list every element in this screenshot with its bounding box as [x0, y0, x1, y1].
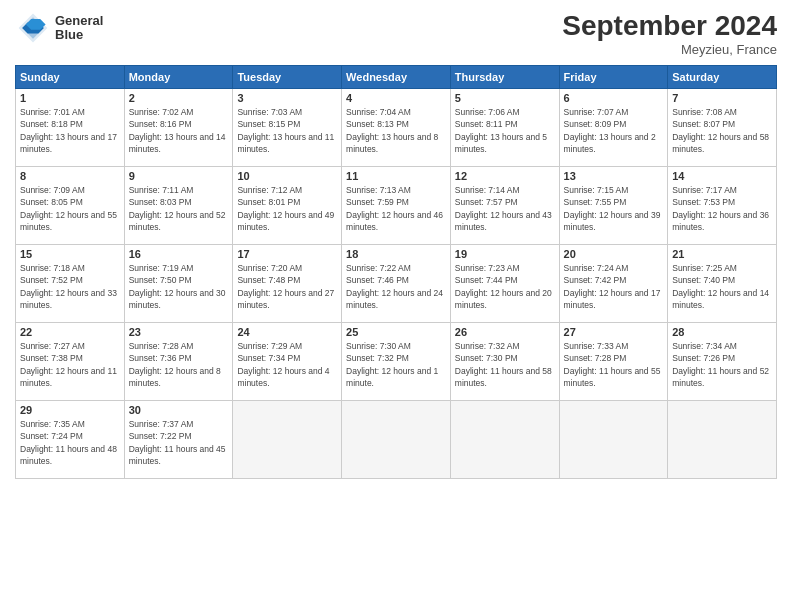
calendar-cell: 28Sunrise: 7:34 AMSunset: 7:26 PMDayligh…	[668, 323, 777, 401]
col-wednesday: Wednesday	[342, 66, 451, 89]
day-info: Sunrise: 7:35 AMSunset: 7:24 PMDaylight:…	[20, 418, 120, 467]
day-number: 28	[672, 326, 772, 338]
day-number: 18	[346, 248, 446, 260]
day-info: Sunrise: 7:29 AMSunset: 7:34 PMDaylight:…	[237, 340, 337, 389]
calendar-cell: 8Sunrise: 7:09 AMSunset: 8:05 PMDaylight…	[16, 167, 125, 245]
day-info: Sunrise: 7:33 AMSunset: 7:28 PMDaylight:…	[564, 340, 664, 389]
logo-icon	[15, 10, 51, 46]
day-number: 4	[346, 92, 446, 104]
logo-line2: Blue	[55, 28, 103, 42]
day-info: Sunrise: 7:13 AMSunset: 7:59 PMDaylight:…	[346, 184, 446, 233]
day-number: 19	[455, 248, 555, 260]
day-info: Sunrise: 7:02 AMSunset: 8:16 PMDaylight:…	[129, 106, 229, 155]
day-number: 23	[129, 326, 229, 338]
day-number: 26	[455, 326, 555, 338]
logo-line1: General	[55, 14, 103, 28]
day-number: 2	[129, 92, 229, 104]
day-number: 9	[129, 170, 229, 182]
month-title: September 2024	[562, 10, 777, 42]
day-info: Sunrise: 7:07 AMSunset: 8:09 PMDaylight:…	[564, 106, 664, 155]
day-number: 30	[129, 404, 229, 416]
col-friday: Friday	[559, 66, 668, 89]
day-number: 7	[672, 92, 772, 104]
calendar-row: 15Sunrise: 7:18 AMSunset: 7:52 PMDayligh…	[16, 245, 777, 323]
calendar-cell	[342, 401, 451, 479]
col-monday: Monday	[124, 66, 233, 89]
calendar-cell: 16Sunrise: 7:19 AMSunset: 7:50 PMDayligh…	[124, 245, 233, 323]
calendar-cell	[233, 401, 342, 479]
calendar-cell: 11Sunrise: 7:13 AMSunset: 7:59 PMDayligh…	[342, 167, 451, 245]
day-info: Sunrise: 7:27 AMSunset: 7:38 PMDaylight:…	[20, 340, 120, 389]
calendar-cell: 14Sunrise: 7:17 AMSunset: 7:53 PMDayligh…	[668, 167, 777, 245]
calendar-cell	[450, 401, 559, 479]
calendar-row: 1Sunrise: 7:01 AMSunset: 8:18 PMDaylight…	[16, 89, 777, 167]
calendar-cell: 13Sunrise: 7:15 AMSunset: 7:55 PMDayligh…	[559, 167, 668, 245]
day-info: Sunrise: 7:32 AMSunset: 7:30 PMDaylight:…	[455, 340, 555, 389]
calendar-cell: 25Sunrise: 7:30 AMSunset: 7:32 PMDayligh…	[342, 323, 451, 401]
day-number: 21	[672, 248, 772, 260]
day-info: Sunrise: 7:14 AMSunset: 7:57 PMDaylight:…	[455, 184, 555, 233]
day-info: Sunrise: 7:20 AMSunset: 7:48 PMDaylight:…	[237, 262, 337, 311]
day-info: Sunrise: 7:09 AMSunset: 8:05 PMDaylight:…	[20, 184, 120, 233]
day-number: 15	[20, 248, 120, 260]
col-tuesday: Tuesday	[233, 66, 342, 89]
day-info: Sunrise: 7:25 AMSunset: 7:40 PMDaylight:…	[672, 262, 772, 311]
logo: General Blue	[15, 10, 103, 46]
calendar-cell: 24Sunrise: 7:29 AMSunset: 7:34 PMDayligh…	[233, 323, 342, 401]
location: Meyzieu, France	[562, 42, 777, 57]
day-number: 13	[564, 170, 664, 182]
calendar-cell: 30Sunrise: 7:37 AMSunset: 7:22 PMDayligh…	[124, 401, 233, 479]
calendar-cell: 6Sunrise: 7:07 AMSunset: 8:09 PMDaylight…	[559, 89, 668, 167]
calendar-cell: 29Sunrise: 7:35 AMSunset: 7:24 PMDayligh…	[16, 401, 125, 479]
calendar-cell: 22Sunrise: 7:27 AMSunset: 7:38 PMDayligh…	[16, 323, 125, 401]
day-info: Sunrise: 7:04 AMSunset: 8:13 PMDaylight:…	[346, 106, 446, 155]
calendar-cell: 17Sunrise: 7:20 AMSunset: 7:48 PMDayligh…	[233, 245, 342, 323]
day-number: 1	[20, 92, 120, 104]
calendar-cell: 7Sunrise: 7:08 AMSunset: 8:07 PMDaylight…	[668, 89, 777, 167]
title-block: September 2024 Meyzieu, France	[562, 10, 777, 57]
day-info: Sunrise: 7:23 AMSunset: 7:44 PMDaylight:…	[455, 262, 555, 311]
col-thursday: Thursday	[450, 66, 559, 89]
day-number: 16	[129, 248, 229, 260]
calendar-cell: 26Sunrise: 7:32 AMSunset: 7:30 PMDayligh…	[450, 323, 559, 401]
day-number: 20	[564, 248, 664, 260]
calendar-row: 22Sunrise: 7:27 AMSunset: 7:38 PMDayligh…	[16, 323, 777, 401]
day-info: Sunrise: 7:17 AMSunset: 7:53 PMDaylight:…	[672, 184, 772, 233]
day-info: Sunrise: 7:12 AMSunset: 8:01 PMDaylight:…	[237, 184, 337, 233]
day-info: Sunrise: 7:19 AMSunset: 7:50 PMDaylight:…	[129, 262, 229, 311]
calendar-cell: 23Sunrise: 7:28 AMSunset: 7:36 PMDayligh…	[124, 323, 233, 401]
day-info: Sunrise: 7:18 AMSunset: 7:52 PMDaylight:…	[20, 262, 120, 311]
col-saturday: Saturday	[668, 66, 777, 89]
day-info: Sunrise: 7:30 AMSunset: 7:32 PMDaylight:…	[346, 340, 446, 389]
day-info: Sunrise: 7:01 AMSunset: 8:18 PMDaylight:…	[20, 106, 120, 155]
calendar-cell: 10Sunrise: 7:12 AMSunset: 8:01 PMDayligh…	[233, 167, 342, 245]
day-number: 12	[455, 170, 555, 182]
day-number: 25	[346, 326, 446, 338]
calendar-cell	[559, 401, 668, 479]
day-info: Sunrise: 7:37 AMSunset: 7:22 PMDaylight:…	[129, 418, 229, 467]
calendar-cell: 21Sunrise: 7:25 AMSunset: 7:40 PMDayligh…	[668, 245, 777, 323]
calendar-cell: 5Sunrise: 7:06 AMSunset: 8:11 PMDaylight…	[450, 89, 559, 167]
day-info: Sunrise: 7:08 AMSunset: 8:07 PMDaylight:…	[672, 106, 772, 155]
day-number: 24	[237, 326, 337, 338]
day-number: 3	[237, 92, 337, 104]
calendar-row: 29Sunrise: 7:35 AMSunset: 7:24 PMDayligh…	[16, 401, 777, 479]
calendar-row: 8Sunrise: 7:09 AMSunset: 8:05 PMDaylight…	[16, 167, 777, 245]
calendar-table: Sunday Monday Tuesday Wednesday Thursday…	[15, 65, 777, 479]
calendar-cell: 2Sunrise: 7:02 AMSunset: 8:16 PMDaylight…	[124, 89, 233, 167]
header: General Blue September 2024 Meyzieu, Fra…	[15, 10, 777, 57]
day-info: Sunrise: 7:06 AMSunset: 8:11 PMDaylight:…	[455, 106, 555, 155]
day-info: Sunrise: 7:24 AMSunset: 7:42 PMDaylight:…	[564, 262, 664, 311]
calendar-cell: 1Sunrise: 7:01 AMSunset: 8:18 PMDaylight…	[16, 89, 125, 167]
calendar-cell: 3Sunrise: 7:03 AMSunset: 8:15 PMDaylight…	[233, 89, 342, 167]
calendar-cell: 27Sunrise: 7:33 AMSunset: 7:28 PMDayligh…	[559, 323, 668, 401]
day-number: 17	[237, 248, 337, 260]
day-info: Sunrise: 7:15 AMSunset: 7:55 PMDaylight:…	[564, 184, 664, 233]
calendar-cell: 19Sunrise: 7:23 AMSunset: 7:44 PMDayligh…	[450, 245, 559, 323]
calendar-cell: 15Sunrise: 7:18 AMSunset: 7:52 PMDayligh…	[16, 245, 125, 323]
day-number: 10	[237, 170, 337, 182]
day-number: 27	[564, 326, 664, 338]
day-info: Sunrise: 7:22 AMSunset: 7:46 PMDaylight:…	[346, 262, 446, 311]
day-number: 5	[455, 92, 555, 104]
day-number: 22	[20, 326, 120, 338]
